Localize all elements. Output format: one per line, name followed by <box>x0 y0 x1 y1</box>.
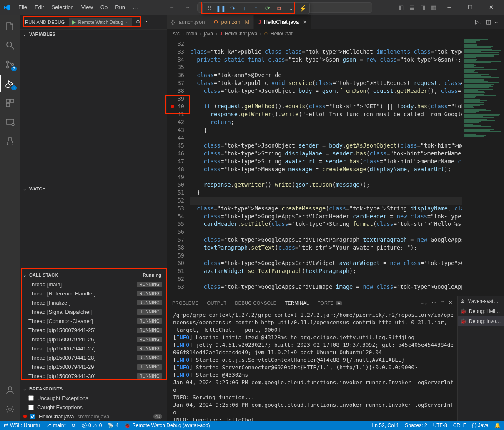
activity-testing-icon[interactable] <box>0 133 20 150</box>
breakpoint-caught[interactable]: Caught Exceptions <box>20 402 167 412</box>
status-debug[interactable]: 🐞 Remote Watch Debug (avatar-app) <box>124 422 210 428</box>
checkbox[interactable] <box>30 414 35 419</box>
section-variables-header[interactable]: ⌄VARIABLES <box>20 30 167 39</box>
activity-settings-icon[interactable] <box>0 401 20 418</box>
terminal-list-item[interactable]: 🐞Debug: Invo… <box>458 316 504 326</box>
activity-remote-icon[interactable] <box>0 114 20 130</box>
status-lang[interactable]: { } Java <box>472 422 489 428</box>
bc-item[interactable]: main <box>186 31 197 37</box>
breadcrumb[interactable]: src› main› java› JHelloChat.java› ⬭Hello… <box>167 29 504 38</box>
checkbox[interactable] <box>28 405 34 410</box>
breakpoint-file[interactable]: HelloChat.javasrc/main/java40 <box>20 412 167 421</box>
status-position[interactable]: Ln 52, Col 1 <box>372 422 399 428</box>
checkbox[interactable] <box>28 395 34 401</box>
ptab-debug-console[interactable]: DEBUG CONSOLE <box>235 298 277 308</box>
nav-back-icon[interactable]: ← <box>165 3 178 12</box>
thread-row[interactable]: Thread [Reference Handler]RUNNING <box>20 289 167 298</box>
gutter[interactable]: 3233343536373839404142434445464748495051… <box>167 38 190 296</box>
thread-row[interactable]: Thread [Finalizer]RUNNING <box>20 298 167 307</box>
thread-row[interactable]: Thread [qtp1500079441-27]RUNNING <box>20 344 167 353</box>
nav-forward-icon[interactable]: → <box>181 3 194 12</box>
debug-restart-icon[interactable]: ⟳ <box>263 3 273 13</box>
activity-debug-icon[interactable]: 1 <box>0 75 20 92</box>
bc-item[interactable]: HelloChat <box>271 31 293 37</box>
code-editor[interactable]: class="tok-kw">public class class="tok-t… <box>190 38 462 296</box>
status-remote[interactable]: ⮂ WSL: Ubuntu <box>3 422 40 428</box>
debug-pause-icon[interactable]: ❚❚ <box>216 3 226 13</box>
thread-row[interactable]: Thread [qtp1500079441-29]RUNNING <box>20 362 167 371</box>
status-spaces[interactable]: Spaces: 2 <box>405 422 427 428</box>
section-watch-header[interactable]: ⌄WATCH <box>20 184 167 193</box>
thread-row[interactable]: Thread [qtp1500079441-26]RUNNING <box>20 335 167 344</box>
split-editor-icon[interactable]: ◫ <box>486 19 491 25</box>
status-eol[interactable]: CRLF <box>453 422 466 428</box>
more-icon[interactable]: ⋯ <box>144 19 149 25</box>
activity-explorer-icon[interactable] <box>0 18 20 35</box>
tab-pom-xml[interactable]: ⚙pom.xmlM <box>209 15 254 29</box>
window-close-icon[interactable]: ✕ <box>481 0 501 15</box>
run-icon[interactable]: ▷⌄ <box>475 19 483 25</box>
panel-maximize-icon[interactable]: ⌃ <box>441 300 444 306</box>
window-maximize-icon[interactable]: ☐ <box>461 0 480 15</box>
activity-search-icon[interactable] <box>0 37 20 54</box>
tab-hellochat-java[interactable]: JHelloChat.java× <box>254 15 311 29</box>
debug-disconnect-icon[interactable]: ⧉ <box>274 3 284 13</box>
ptab-output[interactable]: OUTPUT <box>207 298 227 308</box>
status-encoding[interactable]: UTF-8 <box>433 422 447 428</box>
panel-close-icon[interactable]: ✕ <box>449 300 452 306</box>
layout-grid-icon[interactable]: ▦ <box>429 3 438 12</box>
bc-item[interactable]: java <box>204 31 213 37</box>
ptab-ports[interactable]: PORTS4 <box>317 298 342 308</box>
window-minimize-icon[interactable]: ─ <box>440 0 459 15</box>
thread-row[interactable]: Thread [main]RUNNING <box>20 280 167 289</box>
layout-sidebar-left-icon[interactable]: ◧ <box>396 3 406 12</box>
panel-more-icon[interactable]: ⋯ <box>432 300 436 306</box>
section-callstack-header[interactable]: ⌄CALL STACKRunning <box>20 270 167 280</box>
activity-account-icon[interactable] <box>0 382 20 398</box>
status-branch[interactable]: ⎇ main* <box>45 422 66 428</box>
debug-toolbar[interactable]: ⠿ ❚❚ ↷ ↓ ↑ ⟳ ⧉ ⌄ ⚡ <box>202 2 310 14</box>
status-problems[interactable]: ⓧ 0 ⚠ 0 <box>82 422 102 429</box>
ptab-terminal[interactable]: TERMINAL <box>285 298 309 308</box>
menu-view[interactable]: View <box>78 2 96 12</box>
status-sync[interactable]: ⟳ <box>72 422 76 428</box>
activity-scm-icon[interactable]: 7 <box>0 56 20 73</box>
menu-selection[interactable]: Selection <box>48 2 77 12</box>
bc-item[interactable]: HelloChat.java <box>225 31 257 37</box>
menu-edit[interactable]: Edit <box>31 2 47 12</box>
menu-run[interactable]: Run <box>112 2 128 12</box>
thread-row[interactable]: Thread [qtp1500079441-28]RUNNING <box>20 353 167 362</box>
debug-step-out-icon[interactable]: ↑ <box>251 3 261 13</box>
close-icon[interactable]: × <box>303 19 306 25</box>
tab-more-icon[interactable]: ⋯ <box>494 19 500 25</box>
terminal-list-item[interactable]: 🐞Debug: Hell… <box>458 306 504 316</box>
terminal-list-item[interactable]: ⚙Maven-avat… <box>458 296 504 306</box>
gear-icon[interactable]: ⚙ <box>136 19 140 25</box>
layout-sidebar-right-icon[interactable]: ◨ <box>418 3 427 12</box>
tab-launch-json[interactable]: {}launch.json <box>167 15 209 29</box>
thread-row[interactable]: Thread [qtp1500079441-30]RUNNING <box>20 371 167 380</box>
thread-row[interactable]: Thread [qtp1500079441-25]RUNNING <box>20 325 167 335</box>
menu-file[interactable]: File <box>15 2 30 12</box>
breakpoint-uncaught[interactable]: Uncaught Exceptions <box>20 393 167 402</box>
debug-step-into-icon[interactable]: ↓ <box>239 3 249 13</box>
debug-drag-icon[interactable]: ⠿ <box>204 3 214 13</box>
ptab-problems[interactable]: PROBLEMS <box>172 298 199 308</box>
status-bell-icon[interactable]: 🔔 <box>494 422 501 428</box>
menu-go[interactable]: Go <box>97 2 111 12</box>
debug-hot-reload-icon[interactable]: ⚡ <box>298 3 308 13</box>
activity-extensions-icon[interactable] <box>0 95 20 111</box>
debug-config-dropdown[interactable]: ▶ Remote Watch Debug ⌄ <box>69 18 132 27</box>
thread-row[interactable]: Thread [Common-Cleaner]RUNNING <box>20 316 167 325</box>
terminal-output[interactable]: /grpc/grpc-context/1.27.2/grpc-context-1… <box>167 310 457 421</box>
bc-item[interactable]: src <box>173 31 180 37</box>
debug-step-over-icon[interactable]: ↷ <box>228 3 238 13</box>
minimap[interactable] <box>462 38 504 296</box>
section-breakpoints-header[interactable]: ⌄BREAKPOINTS <box>20 384 167 393</box>
new-terminal-icon[interactable]: ＋⌄ <box>420 300 428 306</box>
status-ports[interactable]: 📡 4 <box>108 422 118 428</box>
debug-more-icon[interactable]: ⌄ <box>286 3 296 13</box>
layout-panel-icon[interactable]: ⬓ <box>407 3 416 12</box>
thread-row[interactable]: Thread [Signal Dispatcher]RUNNING <box>20 307 167 316</box>
menu-more[interactable]: … <box>129 2 141 12</box>
